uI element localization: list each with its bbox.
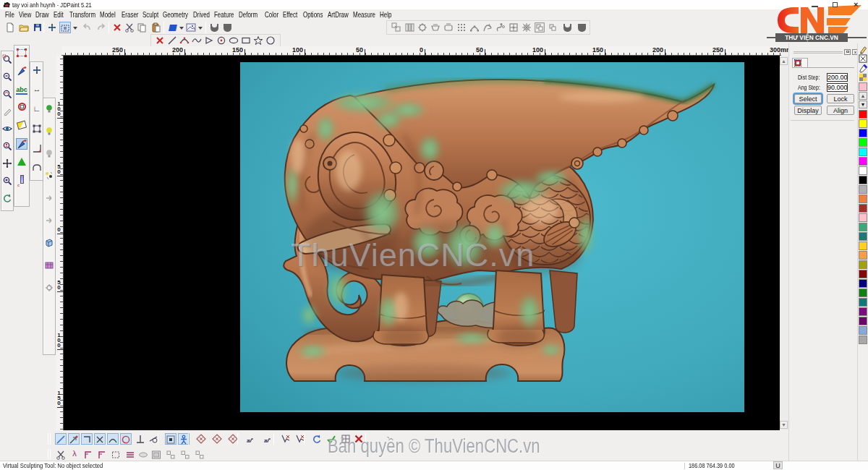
- svg-text:THƯ VIỆN CNC.VN: THƯ VIỆN CNC.VN: [785, 33, 838, 41]
